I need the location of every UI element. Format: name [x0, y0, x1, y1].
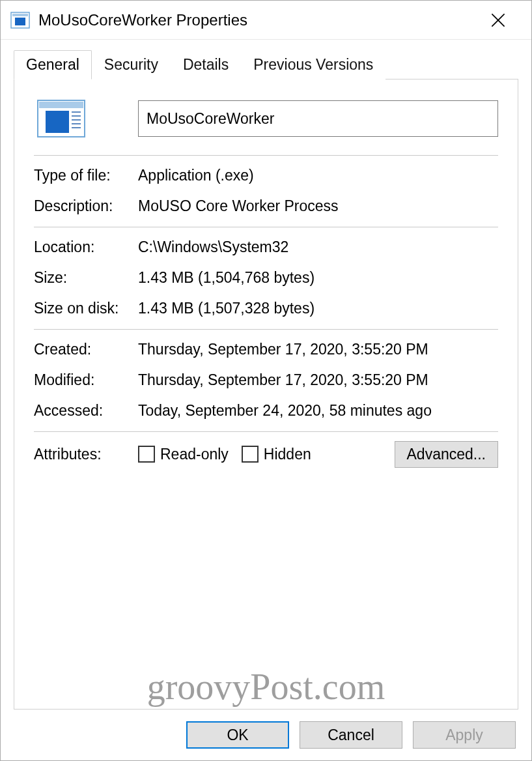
tab-panel-general: Type of file: Application (.exe) Descrip… — [14, 79, 518, 710]
checkbox-read-only[interactable] — [138, 446, 155, 463]
label-size-on-disk: Size on disk: — [34, 298, 138, 319]
value-accessed: Today, September 24, 2020, 58 minutes ag… — [138, 400, 498, 422]
tab-details[interactable]: Details — [171, 50, 241, 79]
label-hidden: Hidden — [264, 446, 311, 463]
apply-button[interactable]: Apply — [413, 721, 516, 749]
advanced-button[interactable]: Advanced... — [395, 441, 498, 468]
tab-strip: General Security Details Previous Versio… — [14, 50, 518, 79]
label-size: Size: — [34, 267, 138, 289]
checkbox-hidden[interactable] — [242, 446, 259, 463]
label-description: Description: — [34, 195, 138, 217]
label-location: Location: — [34, 237, 138, 258]
tab-security[interactable]: Security — [92, 50, 171, 79]
label-read-only: Read-only — [160, 446, 229, 463]
value-created: Thursday, September 17, 2020, 3:55:20 PM — [138, 339, 498, 360]
value-size-on-disk: 1.43 MB (1,507,328 bytes) — [138, 298, 498, 319]
value-size: 1.43 MB (1,504,768 bytes) — [138, 267, 498, 289]
window-title: MoUsoCoreWorker Properties — [38, 11, 491, 29]
svg-rect-2 — [15, 18, 25, 25]
app-icon — [10, 10, 31, 31]
value-location: C:\Windows\System32 — [138, 237, 498, 258]
svg-rect-7 — [46, 111, 69, 133]
close-button[interactable] — [491, 13, 522, 27]
tab-general[interactable]: General — [14, 50, 92, 79]
dialog-buttons: OK Cancel Apply — [1, 710, 531, 760]
ok-button[interactable]: OK — [186, 721, 289, 749]
divider — [34, 227, 498, 227]
svg-rect-1 — [12, 14, 28, 16]
label-accessed: Accessed: — [34, 400, 138, 422]
value-description: MoUSO Core Worker Process — [138, 195, 498, 217]
divider — [34, 431, 498, 432]
client-area: General Security Details Previous Versio… — [1, 40, 531, 710]
file-type-icon — [34, 98, 89, 139]
divider — [34, 155, 498, 156]
properties-window: MoUsoCoreWorker Properties General Secur… — [0, 0, 532, 761]
value-type-of-file: Application (.exe) — [138, 165, 498, 186]
svg-rect-6 — [39, 102, 83, 108]
value-modified: Thursday, September 17, 2020, 3:55:20 PM — [138, 369, 498, 391]
label-type-of-file: Type of file: — [34, 165, 138, 186]
file-name-input[interactable] — [138, 100, 498, 137]
cancel-button[interactable]: Cancel — [300, 721, 402, 749]
divider — [34, 329, 498, 330]
watermark: groovyPost.com — [14, 666, 518, 708]
titlebar: MoUsoCoreWorker Properties — [1, 1, 531, 40]
tab-previous-versions[interactable]: Previous Versions — [241, 50, 385, 79]
label-modified: Modified: — [34, 369, 138, 391]
label-attributes: Attributes: — [34, 446, 138, 463]
label-created: Created: — [34, 339, 138, 360]
